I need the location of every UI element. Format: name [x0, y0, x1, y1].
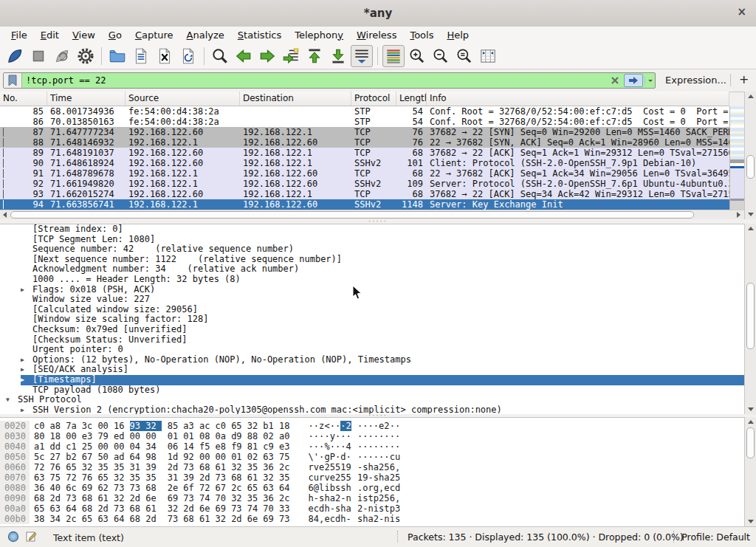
menu-item-tools[interactable]: Tools: [403, 28, 440, 42]
detail-line[interactable]: [TCP Segment Len: 1080]: [0, 235, 744, 245]
go-to-top-button[interactable]: [303, 45, 326, 67]
go-to-packet-button[interactable]: [280, 45, 302, 67]
menu-item-file[interactable]: File: [4, 28, 34, 42]
open-file-button[interactable]: [106, 45, 128, 67]
close-button[interactable]: ×: [737, 5, 746, 18]
menu-item-help[interactable]: Help: [440, 28, 475, 42]
reload-file-button[interactable]: [177, 45, 199, 67]
column-header-protocol[interactable]: Protocol: [351, 92, 396, 106]
detail-line[interactable]: Checksum: 0x79ed [unverified]: [0, 325, 744, 335]
menu-item-telephony[interactable]: Telephony: [288, 28, 350, 42]
packet-list-vscrollbar[interactable]: [744, 92, 756, 219]
scrollbar-thumb[interactable]: [746, 427, 755, 458]
scroll-up-button[interactable]: [745, 92, 756, 101]
expander-closed-icon[interactable]: ▶: [21, 405, 32, 414]
detail-line[interactable]: ▶Options: (12 bytes), No-Operation (NOP)…: [0, 355, 744, 365]
packet-row[interactable]: 9271.661949820192.168.122.1192.168.122.6…: [0, 179, 729, 189]
detail-line[interactable]: [Next sequence number: 1122 (relative se…: [0, 255, 744, 265]
display-filter-input[interactable]: [22, 73, 608, 88]
column-header-no[interactable]: No.: [0, 92, 47, 106]
zoom-reset-button[interactable]: [453, 45, 475, 67]
packet-row[interactable]: 8971.648191037192.168.122.60192.168.122.…: [0, 148, 729, 158]
scrollbar-thumb[interactable]: [746, 155, 755, 179]
detail-line[interactable]: ▼SSH Protocol: [0, 395, 744, 405]
close-file-button[interactable]: [154, 45, 176, 67]
packet-row[interactable]: 9171.648789678192.168.122.1192.168.122.6…: [0, 168, 729, 179]
hex-row[interactable]: 00a0656364682d736861322d6e6973747033ecdh…: [0, 503, 744, 514]
packet-row[interactable]: 8670.013850163fe:54:00:d4:38:2aSTP54Conf…: [0, 117, 729, 127]
capture-options-button[interactable]: [75, 45, 97, 67]
go-to-bottom-button[interactable]: [327, 45, 349, 67]
find-packet-button[interactable]: [209, 45, 231, 67]
hex-row[interactable]: 008036406c69627373682e6f72672c6563646@li…: [0, 483, 744, 493]
column-header-info[interactable]: Info: [427, 92, 729, 106]
hex-row[interactable]: 0040a1ddc125000004340614f5e8f981c9e3···%…: [0, 441, 744, 452]
capture-comment-button[interactable]: [25, 531, 37, 545]
hex-row[interactable]: 00b038342c656364682d736861322d6e697384,e…: [0, 514, 744, 524]
detail-line[interactable]: Acknowledgment number: 34 (relative ack …: [0, 264, 744, 275]
expander-closed-icon[interactable]: ▶: [21, 375, 32, 385]
go-back-button[interactable]: [233, 45, 255, 67]
expander-closed-icon[interactable]: ▶: [21, 285, 32, 295]
column-header-time[interactable]: Time: [47, 92, 126, 106]
go-forward-button[interactable]: [256, 45, 278, 67]
detail-line[interactable]: Window size value: 227: [0, 295, 744, 305]
packet-row[interactable]: 8771.647777234192.168.122.60192.168.122.…: [0, 127, 729, 137]
scroll-up-button[interactable]: [745, 224, 756, 233]
scroll-down-button[interactable]: [745, 405, 756, 414]
expander-closed-icon[interactable]: ▶: [21, 365, 32, 375]
filter-history-dropdown[interactable]: [645, 76, 655, 85]
column-header-length[interactable]: Length: [396, 92, 427, 106]
scroll-left-button[interactable]: [0, 210, 10, 219]
details-vscrollbar[interactable]: [744, 224, 756, 414]
column-header-destination[interactable]: Destination: [240, 92, 351, 106]
detail-line[interactable]: [Calculated window size: 29056]: [0, 305, 744, 315]
filter-apply-button[interactable]: [624, 74, 643, 87]
menu-item-go[interactable]: Go: [102, 28, 128, 42]
expert-info-button[interactable]: [7, 531, 19, 545]
packet-row[interactable]: 9071.648618924192.168.122.60192.168.122.…: [0, 158, 729, 168]
detail-line[interactable]: ▶[Timestamps]: [0, 375, 744, 385]
hex-row[interactable]: 0070637572766532353531392d7368613235curv…: [0, 472, 744, 483]
start-capture-button[interactable]: [4, 45, 26, 67]
save-file-button[interactable]: [130, 45, 152, 67]
scroll-up-button[interactable]: [745, 417, 756, 427]
menu-item-capture[interactable]: Capture: [128, 28, 180, 42]
filter-bookmark-button[interactable]: [4, 73, 22, 88]
scroll-right-button[interactable]: [734, 210, 743, 219]
hex-row[interactable]: 006072766532353531392d7368613235362crve2…: [0, 462, 744, 472]
detail-line[interactable]: TCP payload (1080 bytes): [0, 385, 744, 396]
detail-line[interactable]: ▶[SEQ/ACK analysis]: [0, 365, 744, 375]
intelligent-scrollbar-minimap[interactable]: [729, 106, 744, 210]
hex-row[interactable]: 0030801800e379ed00000101080ad98802a0····…: [0, 431, 744, 441]
menu-item-wireless[interactable]: Wireless: [350, 28, 403, 42]
restart-capture-button[interactable]: [51, 45, 73, 67]
colorize-button[interactable]: [382, 45, 405, 67]
add-filter-button[interactable]: +: [739, 72, 749, 86]
menu-item-view[interactable]: View: [66, 28, 102, 42]
expander-closed-icon[interactable]: ▶: [21, 355, 32, 365]
detail-line[interactable]: [Window size scaling factor: 128]: [0, 314, 744, 325]
zoom-out-button[interactable]: [430, 45, 452, 67]
expander-open-icon[interactable]: ▼: [6, 395, 18, 405]
bytes-vscrollbar[interactable]: [744, 417, 756, 526]
detail-line[interactable]: ▶Flags: 0x018 (PSH, ACK): [0, 285, 744, 295]
packet-row[interactable]: 8568.001734936fe:54:00:d4:38:2aSTP54Conf…: [0, 106, 729, 117]
auto-scroll-button[interactable]: [351, 45, 373, 67]
column-header-source[interactable]: Source: [126, 92, 240, 106]
detail-line[interactable]: [Checksum Status: Unverified]: [0, 335, 744, 345]
hex-row[interactable]: 00505c27b26750ad64981d92000001026375\'·g…: [0, 452, 744, 462]
menu-item-statistics[interactable]: Statistics: [231, 28, 288, 42]
hex-row[interactable]: 0090682d736861322d6e697374703235362ch-sh…: [0, 493, 744, 503]
packet-row[interactable]: 9471.663856741192.168.122.1192.168.122.6…: [0, 199, 729, 210]
stop-capture-button[interactable]: [27, 45, 49, 67]
scrollbar-thumb[interactable]: [10, 211, 694, 219]
detail-line[interactable]: Sequence number: 42 (relative sequence n…: [0, 244, 744, 255]
filter-clear-button[interactable]: [608, 76, 622, 85]
detail-line[interactable]: [Stream index: 0]: [0, 224, 744, 235]
expression-button[interactable]: Expression...: [665, 75, 726, 86]
menu-item-edit[interactable]: Edit: [34, 28, 66, 42]
menu-item-analyze[interactable]: Analyze: [180, 28, 231, 42]
detail-line[interactable]: 1000 .... = Header Length: 32 bytes (8): [0, 275, 744, 285]
resize-columns-button[interactable]: [477, 45, 499, 67]
